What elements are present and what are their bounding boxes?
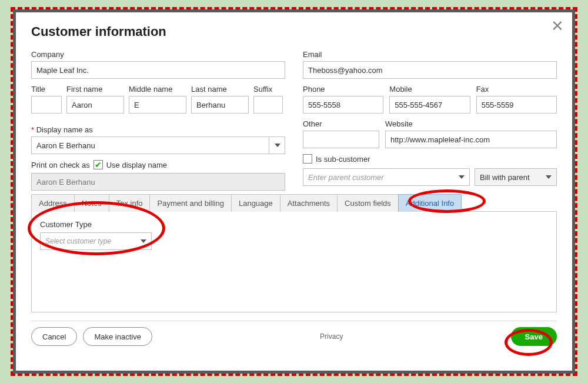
company-label: Company bbox=[31, 50, 285, 59]
chevron-down-icon bbox=[546, 175, 552, 179]
tab-language[interactable]: Language bbox=[231, 194, 280, 212]
first-name-label: First name bbox=[66, 85, 124, 94]
mobile-label: Mobile bbox=[389, 85, 470, 94]
display-name-label: * Display name as bbox=[31, 125, 285, 134]
sub-customer-label: Is sub-customer bbox=[316, 155, 370, 164]
right-panel: Email Phone Mobile Fax Ot bbox=[303, 50, 557, 191]
email-input[interactable] bbox=[303, 61, 557, 79]
other-label: Other bbox=[303, 119, 379, 128]
tab-notes[interactable]: Notes bbox=[74, 194, 109, 212]
website-input[interactable] bbox=[385, 131, 557, 148]
title-label: Title bbox=[31, 85, 62, 94]
other-input[interactable] bbox=[303, 131, 379, 148]
website-label: Website bbox=[385, 119, 557, 128]
use-display-name-label: Use display name bbox=[106, 161, 167, 169]
print-check-input bbox=[31, 173, 285, 191]
chevron-down-icon bbox=[459, 175, 465, 179]
email-label: Email bbox=[303, 50, 557, 59]
last-name-input[interactable] bbox=[191, 96, 249, 114]
tab-attachments[interactable]: Attachments bbox=[280, 194, 338, 212]
customer-type-label: Customer Type bbox=[40, 220, 548, 229]
customer-type-placeholder: Select customer type bbox=[45, 237, 111, 245]
first-name-input[interactable] bbox=[66, 96, 124, 114]
tab-address[interactable]: Address bbox=[31, 194, 75, 212]
tab-tax-info[interactable]: Tax info bbox=[109, 194, 151, 212]
phone-label: Phone bbox=[303, 85, 383, 94]
dialog-footer: Cancel Make inactive Privacy Save bbox=[31, 327, 557, 346]
dialog-title: Customer information bbox=[31, 24, 557, 39]
parent-customer-input[interactable]: Enter parent customer bbox=[303, 168, 470, 186]
display-name-select[interactable] bbox=[31, 136, 285, 154]
divider bbox=[31, 321, 557, 321]
middle-name-label: Middle name bbox=[129, 85, 186, 94]
parent-customer-placeholder: Enter parent customer bbox=[308, 173, 384, 182]
privacy-link[interactable]: Privacy bbox=[320, 332, 343, 341]
suffix-input[interactable] bbox=[253, 96, 283, 114]
use-display-name-checkbox[interactable]: ✔ bbox=[93, 160, 103, 169]
tab-additional-info[interactable]: Additional Info bbox=[398, 194, 462, 212]
bill-with-value: Bill with parent bbox=[480, 173, 530, 182]
chevron-down-icon[interactable] bbox=[269, 136, 285, 154]
customer-info-dialog: ✕ Customer information Company Title Fir… bbox=[16, 12, 572, 371]
display-name-value[interactable] bbox=[31, 136, 285, 154]
tab-strip: Address Notes Tax info Payment and billi… bbox=[31, 194, 557, 212]
tab-content: Customer Type Select customer type bbox=[31, 211, 557, 312]
last-name-label: Last name bbox=[191, 85, 249, 94]
bill-with-select[interactable]: Bill with parent bbox=[475, 168, 557, 186]
tab-payment-billing[interactable]: Payment and billing bbox=[149, 194, 231, 212]
company-input[interactable] bbox=[31, 61, 285, 79]
phone-input[interactable] bbox=[303, 96, 383, 114]
suffix-label: Suffix bbox=[253, 85, 283, 94]
tab-custom-fields[interactable]: Custom fields bbox=[337, 194, 399, 212]
chevron-down-icon bbox=[141, 239, 146, 243]
sub-customer-checkbox[interactable] bbox=[303, 154, 312, 164]
make-inactive-button[interactable]: Make inactive bbox=[83, 327, 152, 346]
close-icon[interactable]: ✕ bbox=[551, 18, 564, 34]
left-panel: Company Title First name Middle name Las bbox=[31, 50, 285, 191]
mobile-input[interactable] bbox=[389, 96, 470, 114]
print-check-label: Print on check as bbox=[31, 161, 90, 169]
customer-type-select[interactable]: Select customer type bbox=[40, 232, 152, 250]
fax-input[interactable] bbox=[476, 96, 557, 114]
cancel-button[interactable]: Cancel bbox=[31, 327, 77, 346]
fax-label: Fax bbox=[476, 85, 557, 94]
title-input[interactable] bbox=[31, 96, 62, 114]
middle-name-input[interactable] bbox=[129, 96, 186, 114]
save-button[interactable]: Save bbox=[511, 327, 557, 346]
